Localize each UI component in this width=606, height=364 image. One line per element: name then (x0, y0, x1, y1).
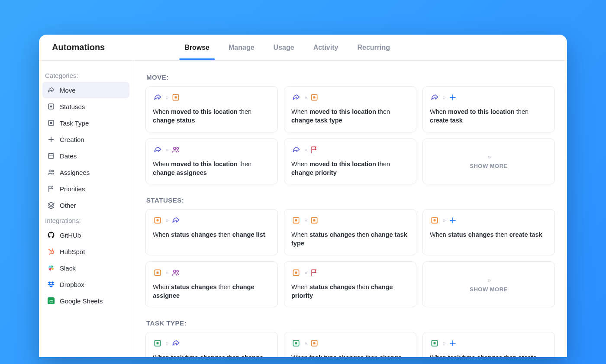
automation-card[interactable]: » When status changes then change list (145, 209, 278, 255)
show-more-button[interactable]: » SHOW MORE (422, 261, 555, 308)
sidebar-item-dropbox[interactable]: Dropbox (42, 276, 129, 293)
automations-window: Automations Browse Manage Usage Activity… (39, 35, 567, 357)
card-icons: » (291, 93, 409, 102)
tab-recurring[interactable]: Recurring (355, 36, 392, 59)
sidebar-item-github[interactable]: GitHUb (42, 227, 129, 243)
sidebar-item-label: Assignees (60, 169, 90, 176)
flag-red-icon (309, 268, 319, 277)
layers-icon (47, 201, 55, 209)
card-icons: » (291, 216, 409, 225)
automation-card[interactable]: » When moved to this location then chang… (284, 86, 416, 132)
body: Categories: Move Statuses Task Type Crea… (39, 61, 567, 357)
chevron-right-icon: » (166, 147, 168, 153)
chevron-right-icon: » (304, 270, 306, 276)
automation-card[interactable]: » When task type changes then change lis… (145, 332, 278, 357)
card-icons: » (153, 145, 271, 155)
card-icons: » (430, 93, 548, 102)
sidebar-item-label: GitHUb (60, 232, 81, 239)
automation-card[interactable]: » When status changes then change task t… (284, 209, 416, 255)
sidebar-item-priorities[interactable]: Priorities (42, 180, 129, 197)
show-more-button[interactable]: » SHOW MORE (422, 139, 555, 185)
sidebar-item-dates[interactable]: Dates (42, 148, 129, 164)
automation-card[interactable]: » When moved to this location then creat… (422, 86, 555, 132)
sidebar-item-label: Priorities (60, 185, 85, 193)
chevron-right-icon: » (488, 153, 490, 160)
sidebar-item-creation[interactable]: Creation (42, 131, 129, 148)
sidebar-item-slack[interactable]: Slack (42, 260, 129, 276)
chevron-right-icon: » (166, 340, 168, 346)
chevron-right-icon: » (443, 217, 445, 223)
sidebar-item-assignees[interactable]: Assignees (42, 164, 129, 180)
sidebar-item-move[interactable]: Move (42, 82, 129, 98)
plus-blue-icon (448, 216, 458, 225)
chevron-right-icon: » (443, 340, 445, 346)
card-icons: » (153, 268, 271, 277)
status-icon (47, 102, 55, 111)
sidebar-item-task-type[interactable]: Task Type (42, 115, 129, 131)
sidebar-heading-integrations: Integrations: (42, 213, 129, 227)
sidebar-item-label: Dropbox (60, 281, 84, 288)
card-text: When moved to this location then change … (291, 160, 409, 177)
sidebar-item-hubspot[interactable]: HubSpot (42, 243, 129, 260)
chevron-right-icon: » (443, 94, 445, 100)
card-icons: » (153, 93, 271, 102)
automation-card[interactable]: » When status changes then change assign… (145, 261, 278, 308)
card-text: When moved to this location then change … (153, 160, 271, 177)
section-title-task-type: TASK TYPE: (146, 319, 555, 327)
status-orange-icon (291, 268, 301, 277)
chevron-right-icon: » (166, 217, 168, 223)
automation-card[interactable]: » When status changes then change priori… (284, 261, 416, 308)
status-orange-icon (153, 268, 162, 277)
status-green-icon (291, 338, 301, 348)
move-icon (47, 86, 55, 94)
flag-icon (47, 184, 55, 193)
sidebar-item-label: Other (60, 202, 76, 209)
plus-blue-icon (448, 93, 458, 102)
card-text: When status changes then change task typ… (291, 230, 409, 248)
status-icon (47, 119, 55, 127)
status-orange-icon (171, 93, 181, 102)
status-orange-icon (309, 216, 319, 225)
card-icons: » (291, 268, 409, 277)
card-text: When status changes then create task (430, 230, 548, 239)
chevron-right-icon: » (304, 217, 306, 223)
status-green-icon (430, 338, 439, 348)
sidebar-heading-categories: Categories: (42, 68, 129, 82)
flag-red-icon (309, 145, 319, 155)
automation-card[interactable]: » When moved to this location then chang… (284, 139, 416, 185)
sidebar-item-other[interactable]: Other (42, 197, 129, 213)
share-icon (291, 93, 301, 102)
tab-manage[interactable]: Manage (227, 36, 256, 59)
tab-browse[interactable]: Browse (183, 36, 211, 59)
page-title: Automations (52, 42, 105, 52)
sidebar-item-label: Slack (60, 264, 76, 272)
automation-card[interactable]: » When task type changes then change (284, 332, 416, 357)
sidebar-item-label: HubSpot (60, 248, 85, 255)
move-grid: » When moved to this location then chang… (145, 86, 555, 184)
chevron-right-icon: » (166, 270, 168, 276)
sidebar-item-statuses[interactable]: Statuses (42, 98, 129, 115)
card-icons: » (153, 338, 271, 348)
status-orange-icon (309, 338, 319, 348)
automation-card[interactable]: » When moved to this location then chang… (145, 139, 278, 185)
sidebar-item-google-sheets[interactable]: ▭ Google Sheets (42, 293, 129, 309)
card-text: When moved to this location then create … (430, 107, 548, 125)
people-purple-icon (171, 145, 181, 155)
automation-card[interactable]: » When status changes then create task (422, 209, 555, 255)
task-type-grid: » When task type changes then change lis… (145, 332, 555, 357)
automation-card[interactable]: » When moved to this location then chang… (145, 86, 278, 132)
tab-activity[interactable]: Activity (312, 36, 340, 59)
card-text: When task type changes then change list (153, 353, 271, 357)
automation-card[interactable]: » When task type changes then create tas… (422, 332, 555, 357)
chevron-right-icon: » (304, 147, 306, 153)
share-icon (171, 338, 181, 348)
sidebar: Categories: Move Statuses Task Type Crea… (39, 61, 133, 357)
tab-usage[interactable]: Usage (272, 36, 296, 59)
status-orange-icon (291, 216, 301, 225)
status-green-icon (153, 338, 162, 348)
card-text: When status changes then change list (153, 230, 271, 239)
chevron-right-icon: » (304, 94, 306, 100)
dropbox-icon (47, 280, 55, 289)
sidebar-item-label: Statuses (60, 103, 85, 110)
hubspot-icon (47, 247, 55, 256)
